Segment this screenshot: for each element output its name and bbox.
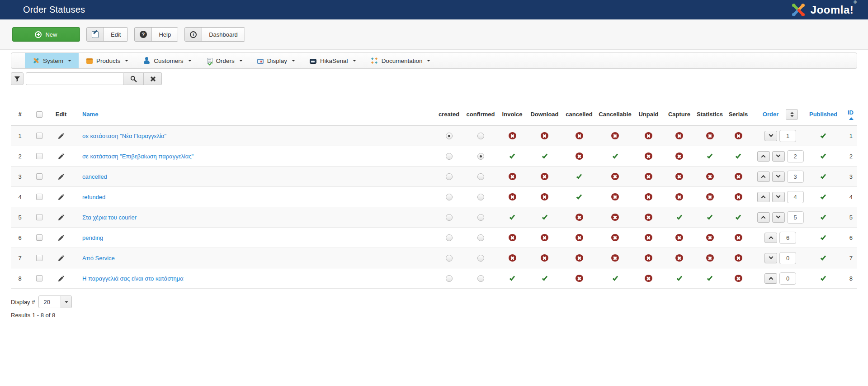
confirmed-radio[interactable]	[477, 153, 484, 160]
capture-disabled-deny-icon[interactable]	[675, 254, 683, 262]
published-check-icon[interactable]	[821, 234, 826, 240]
order-down-button[interactable]	[764, 131, 777, 141]
menu-item-system[interactable]: System	[25, 53, 79, 68]
order-value-input[interactable]	[779, 252, 796, 264]
confirmed-radio[interactable]	[477, 194, 484, 200]
new-button[interactable]: New	[12, 27, 80, 42]
confirmed-radio[interactable]	[477, 214, 484, 221]
edit-row-button[interactable]	[49, 173, 73, 180]
statistics-enabled-check-icon[interactable]	[707, 152, 712, 158]
created-radio[interactable]	[446, 255, 453, 262]
download-disabled-deny-icon[interactable]	[541, 173, 548, 180]
order-value-input[interactable]	[779, 232, 796, 244]
unpaid-disabled-deny-icon[interactable]	[645, 193, 652, 200]
confirmed-radio[interactable]	[477, 133, 484, 139]
status-name-link[interactable]: Από Service	[82, 255, 115, 262]
unpaid-disabled-deny-icon[interactable]	[645, 214, 652, 221]
edit-row-button[interactable]	[49, 214, 73, 221]
invoice-disabled-deny-icon[interactable]	[509, 173, 516, 180]
capture-disabled-deny-icon[interactable]	[675, 173, 683, 180]
confirmed-radio[interactable]	[477, 275, 484, 282]
edit-row-button[interactable]	[49, 255, 73, 262]
order-value-input[interactable]	[787, 191, 804, 203]
cancellable-enabled-check-icon[interactable]	[612, 152, 618, 158]
created-radio[interactable]	[446, 234, 453, 241]
status-name-link[interactable]: refunded	[82, 194, 105, 200]
capture-disabled-deny-icon[interactable]	[675, 193, 683, 200]
order-up-button[interactable]	[757, 212, 770, 223]
serials-disabled-deny-icon[interactable]	[735, 173, 742, 180]
cancellable-disabled-deny-icon[interactable]	[611, 214, 619, 221]
statistics-disabled-deny-icon[interactable]	[706, 254, 714, 262]
download-disabled-deny-icon[interactable]	[541, 132, 548, 139]
published-check-icon[interactable]	[821, 193, 826, 199]
row-checkbox[interactable]	[36, 275, 42, 281]
unpaid-disabled-deny-icon[interactable]	[645, 275, 652, 282]
menu-item-orders[interactable]: Orders	[199, 53, 250, 68]
order-value-input[interactable]	[787, 171, 804, 183]
header-id-sort[interactable]: ID	[848, 109, 854, 116]
order-value-input[interactable]	[779, 272, 796, 285]
serials-disabled-deny-icon[interactable]	[735, 193, 742, 200]
row-checkbox[interactable]	[36, 173, 42, 180]
published-check-icon[interactable]	[821, 152, 826, 158]
unpaid-disabled-deny-icon[interactable]	[645, 132, 652, 139]
row-checkbox[interactable]	[36, 255, 42, 261]
capture-enabled-check-icon[interactable]	[676, 275, 682, 281]
published-check-icon[interactable]	[821, 173, 826, 179]
invoice-disabled-deny-icon[interactable]	[509, 193, 516, 200]
invoice-disabled-deny-icon[interactable]	[509, 254, 516, 262]
order-down-button[interactable]	[772, 151, 785, 162]
cancellable-disabled-deny-icon[interactable]	[611, 234, 619, 241]
download-enabled-check-icon[interactable]	[542, 275, 547, 281]
header-order-sort[interactable]: Order	[763, 111, 778, 118]
status-name-link[interactable]: cancelled	[82, 173, 107, 180]
order-up-button[interactable]	[764, 233, 777, 243]
cancelled-enabled-check-icon[interactable]	[576, 193, 582, 199]
header-name-sort[interactable]: Name	[73, 111, 433, 118]
serials-enabled-check-icon[interactable]	[736, 152, 741, 158]
row-checkbox[interactable]	[36, 194, 42, 200]
order-down-button[interactable]	[772, 212, 785, 223]
dashboard-button[interactable]: Dashboard	[184, 27, 245, 42]
created-radio[interactable]	[446, 214, 453, 221]
search-input[interactable]	[26, 72, 123, 85]
invoice-disabled-deny-icon[interactable]	[509, 132, 516, 139]
confirmed-radio[interactable]	[477, 234, 484, 241]
header-published-sort[interactable]: Published	[809, 111, 837, 118]
statistics-enabled-check-icon[interactable]	[707, 275, 712, 281]
menu-item-documentation[interactable]: Documentation	[363, 53, 438, 68]
edit-row-button[interactable]	[49, 275, 73, 282]
invoice-enabled-check-icon[interactable]	[509, 152, 515, 158]
published-check-icon[interactable]	[821, 214, 826, 219]
unpaid-disabled-deny-icon[interactable]	[645, 234, 652, 241]
capture-disabled-deny-icon[interactable]	[675, 152, 683, 160]
unpaid-disabled-deny-icon[interactable]	[645, 254, 652, 262]
published-check-icon[interactable]	[821, 132, 826, 138]
row-checkbox[interactable]	[36, 234, 42, 241]
edit-row-button[interactable]	[49, 194, 73, 200]
status-name-link[interactable]: pending	[82, 234, 103, 241]
cancellable-disabled-deny-icon[interactable]	[611, 173, 619, 180]
search-button[interactable]	[123, 72, 144, 85]
cancellable-enabled-check-icon[interactable]	[612, 275, 618, 281]
status-name-link[interactable]: Στα χέρια του courier	[82, 214, 137, 221]
menu-item-products[interactable]: Products	[79, 53, 136, 68]
published-check-icon[interactable]	[821, 275, 826, 281]
filter-funnel-button[interactable]	[11, 72, 24, 85]
order-up-button[interactable]	[757, 151, 770, 162]
menu-item-display[interactable]: Display	[250, 53, 302, 68]
statistics-disabled-deny-icon[interactable]	[706, 173, 714, 180]
created-radio[interactable]	[446, 173, 453, 180]
capture-disabled-deny-icon[interactable]	[675, 234, 683, 241]
edit-button[interactable]: Edit	[86, 27, 128, 42]
order-value-input[interactable]	[787, 211, 804, 224]
confirmed-radio[interactable]	[477, 173, 484, 180]
unpaid-disabled-deny-icon[interactable]	[645, 173, 652, 180]
cancelled-disabled-deny-icon[interactable]	[576, 132, 583, 139]
row-checkbox[interactable]	[36, 133, 42, 139]
status-name-link[interactable]: Η παραγγελιά σας είναι στο κατάστημα	[82, 275, 184, 282]
statistics-disabled-deny-icon[interactable]	[706, 193, 714, 200]
serials-enabled-check-icon[interactable]	[736, 214, 741, 219]
row-checkbox[interactable]	[36, 214, 42, 220]
